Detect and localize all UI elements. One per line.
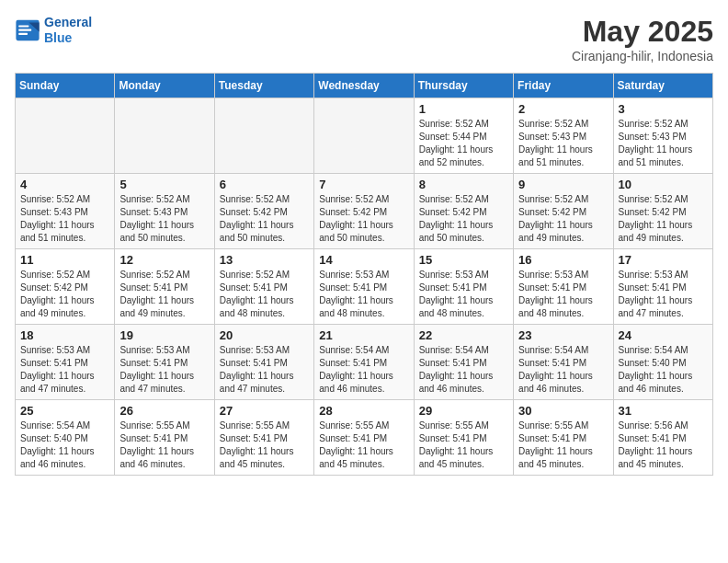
- day-number: 31: [619, 404, 708, 418]
- calendar-cell: 31Sunrise: 5:56 AMSunset: 5:41 PMDayligh…: [613, 400, 712, 476]
- day-number: 27: [220, 404, 309, 418]
- calendar-cell: 15Sunrise: 5:53 AMSunset: 5:41 PMDayligh…: [414, 249, 513, 325]
- day-info: Sunrise: 5:52 AMSunset: 5:42 PMDaylight:…: [518, 193, 608, 245]
- day-info: Sunrise: 5:52 AMSunset: 5:41 PMDaylight:…: [119, 269, 209, 320]
- header-row: SundayMondayTuesdayWednesdayThursdayFrid…: [16, 74, 713, 98]
- day-info: Sunrise: 5:55 AMSunset: 5:41 PMDaylight:…: [419, 419, 508, 471]
- calendar-table: SundayMondayTuesdayWednesdayThursdayFrid…: [15, 73, 713, 476]
- day-info: Sunrise: 5:52 AMSunset: 5:42 PMDaylight:…: [619, 193, 708, 245]
- logo: General Blue: [15, 15, 92, 46]
- day-number: 29: [419, 404, 508, 418]
- day-info: Sunrise: 5:55 AMSunset: 5:41 PMDaylight:…: [119, 419, 209, 471]
- logo-line1: General: [44, 15, 92, 29]
- calendar-cell: [115, 98, 214, 174]
- calendar-cell: 17Sunrise: 5:53 AMSunset: 5:41 PMDayligh…: [613, 249, 712, 325]
- col-header-wednesday: Wednesday: [314, 74, 414, 98]
- calendar-cell: [314, 98, 414, 174]
- day-number: 3: [619, 102, 708, 116]
- day-number: 24: [619, 328, 708, 342]
- day-number: 26: [119, 404, 209, 418]
- day-info: Sunrise: 5:53 AMSunset: 5:41 PMDaylight:…: [20, 344, 109, 396]
- day-info: Sunrise: 5:56 AMSunset: 5:41 PMDaylight:…: [619, 419, 708, 471]
- calendar-cell: 27Sunrise: 5:55 AMSunset: 5:41 PMDayligh…: [214, 400, 313, 476]
- col-header-sunday: Sunday: [16, 74, 115, 98]
- day-info: Sunrise: 5:52 AMSunset: 5:41 PMDaylight:…: [220, 269, 309, 320]
- col-header-saturday: Saturday: [613, 74, 712, 98]
- week-row-5: 25Sunrise: 5:54 AMSunset: 5:40 PMDayligh…: [16, 400, 713, 476]
- logo-icon: [15, 17, 40, 43]
- day-info: Sunrise: 5:53 AMSunset: 5:41 PMDaylight:…: [518, 269, 608, 320]
- day-info: Sunrise: 5:52 AMSunset: 5:44 PMDaylight:…: [419, 118, 508, 169]
- day-number: 25: [20, 404, 109, 418]
- day-info: Sunrise: 5:54 AMSunset: 5:41 PMDaylight:…: [419, 344, 508, 396]
- calendar-cell: 12Sunrise: 5:52 AMSunset: 5:41 PMDayligh…: [115, 249, 214, 325]
- day-info: Sunrise: 5:52 AMSunset: 5:42 PMDaylight:…: [319, 193, 408, 245]
- day-info: Sunrise: 5:54 AMSunset: 5:41 PMDaylight:…: [319, 344, 408, 396]
- calendar-cell: 25Sunrise: 5:54 AMSunset: 5:40 PMDayligh…: [16, 400, 115, 476]
- day-number: 16: [518, 253, 608, 267]
- day-number: 7: [319, 178, 408, 191]
- calendar-cell: 26Sunrise: 5:55 AMSunset: 5:41 PMDayligh…: [115, 400, 214, 476]
- calendar-cell: 2Sunrise: 5:52 AMSunset: 5:43 PMDaylight…: [514, 98, 613, 174]
- day-info: Sunrise: 5:55 AMSunset: 5:41 PMDaylight:…: [319, 419, 408, 471]
- calendar-cell: [214, 98, 313, 174]
- day-info: Sunrise: 5:53 AMSunset: 5:41 PMDaylight:…: [220, 344, 309, 396]
- calendar-cell: 7Sunrise: 5:52 AMSunset: 5:42 PMDaylight…: [314, 174, 414, 249]
- calendar-cell: 21Sunrise: 5:54 AMSunset: 5:41 PMDayligh…: [314, 325, 414, 400]
- calendar-cell: 9Sunrise: 5:52 AMSunset: 5:42 PMDaylight…: [514, 174, 613, 249]
- calendar-cell: 23Sunrise: 5:54 AMSunset: 5:41 PMDayligh…: [514, 325, 613, 400]
- day-number: 2: [518, 102, 608, 116]
- day-info: Sunrise: 5:52 AMSunset: 5:42 PMDaylight:…: [220, 193, 309, 245]
- calendar-cell: 18Sunrise: 5:53 AMSunset: 5:41 PMDayligh…: [16, 325, 115, 400]
- title-block: May 2025 Ciranjang-hilir, Indonesia: [572, 15, 713, 63]
- calendar-cell: 14Sunrise: 5:53 AMSunset: 5:41 PMDayligh…: [314, 249, 414, 325]
- day-info: Sunrise: 5:53 AMSunset: 5:41 PMDaylight:…: [619, 269, 708, 320]
- day-number: 12: [119, 253, 209, 267]
- calendar-cell: 4Sunrise: 5:52 AMSunset: 5:43 PMDaylight…: [16, 174, 115, 249]
- day-info: Sunrise: 5:52 AMSunset: 5:43 PMDaylight:…: [20, 193, 109, 245]
- calendar-cell: 24Sunrise: 5:54 AMSunset: 5:40 PMDayligh…: [613, 325, 712, 400]
- day-info: Sunrise: 5:53 AMSunset: 5:41 PMDaylight:…: [319, 269, 408, 320]
- day-info: Sunrise: 5:54 AMSunset: 5:41 PMDaylight:…: [518, 344, 608, 396]
- calendar-cell: 1Sunrise: 5:52 AMSunset: 5:44 PMDaylight…: [414, 98, 513, 174]
- logo-line2: Blue: [44, 30, 72, 45]
- day-number: 13: [220, 253, 309, 267]
- day-info: Sunrise: 5:53 AMSunset: 5:41 PMDaylight:…: [119, 344, 209, 396]
- day-number: 6: [220, 178, 309, 191]
- calendar-cell: 3Sunrise: 5:52 AMSunset: 5:43 PMDaylight…: [613, 98, 712, 174]
- day-number: 28: [319, 404, 408, 418]
- week-row-2: 4Sunrise: 5:52 AMSunset: 5:43 PMDaylight…: [16, 174, 713, 249]
- col-header-tuesday: Tuesday: [214, 74, 313, 98]
- day-info: Sunrise: 5:52 AMSunset: 5:43 PMDaylight:…: [518, 118, 608, 169]
- week-row-1: 1Sunrise: 5:52 AMSunset: 5:44 PMDaylight…: [16, 98, 713, 174]
- calendar-cell: 19Sunrise: 5:53 AMSunset: 5:41 PMDayligh…: [115, 325, 214, 400]
- day-number: 19: [119, 328, 209, 342]
- day-number: 20: [220, 328, 309, 342]
- week-row-4: 18Sunrise: 5:53 AMSunset: 5:41 PMDayligh…: [16, 325, 713, 400]
- month-title: May 2025: [572, 15, 713, 49]
- calendar-cell: 11Sunrise: 5:52 AMSunset: 5:42 PMDayligh…: [16, 249, 115, 325]
- col-header-thursday: Thursday: [414, 74, 513, 98]
- week-row-3: 11Sunrise: 5:52 AMSunset: 5:42 PMDayligh…: [16, 249, 713, 325]
- day-info: Sunrise: 5:55 AMSunset: 5:41 PMDaylight:…: [220, 419, 309, 471]
- calendar-cell: 30Sunrise: 5:55 AMSunset: 5:41 PMDayligh…: [514, 400, 613, 476]
- calendar-cell: [16, 98, 115, 174]
- day-info: Sunrise: 5:53 AMSunset: 5:41 PMDaylight:…: [419, 269, 508, 320]
- day-number: 15: [419, 253, 508, 267]
- day-number: 1: [419, 102, 508, 116]
- day-number: 8: [419, 178, 508, 191]
- col-header-monday: Monday: [115, 74, 214, 98]
- day-number: 17: [619, 253, 708, 267]
- day-number: 5: [119, 178, 209, 191]
- calendar-cell: 22Sunrise: 5:54 AMSunset: 5:41 PMDayligh…: [414, 325, 513, 400]
- day-number: 4: [20, 178, 109, 191]
- day-number: 14: [319, 253, 408, 267]
- day-number: 30: [518, 404, 608, 418]
- col-header-friday: Friday: [514, 74, 613, 98]
- calendar-cell: 28Sunrise: 5:55 AMSunset: 5:41 PMDayligh…: [314, 400, 414, 476]
- day-info: Sunrise: 5:55 AMSunset: 5:41 PMDaylight:…: [518, 419, 608, 471]
- calendar-cell: 10Sunrise: 5:52 AMSunset: 5:42 PMDayligh…: [613, 174, 712, 249]
- calendar-cell: 8Sunrise: 5:52 AMSunset: 5:42 PMDaylight…: [414, 174, 513, 249]
- calendar-cell: 5Sunrise: 5:52 AMSunset: 5:43 PMDaylight…: [115, 174, 214, 249]
- svg-rect-3: [18, 29, 31, 30]
